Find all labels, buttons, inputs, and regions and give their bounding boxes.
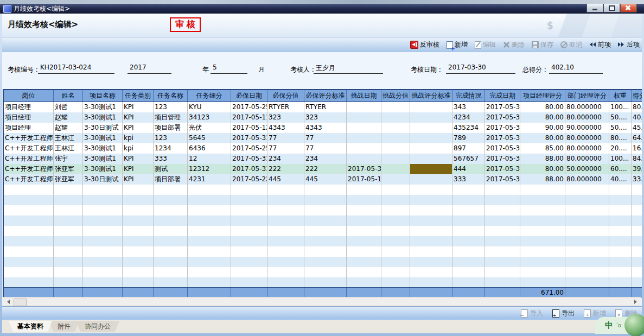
grid-cell[interactable] — [381, 246, 410, 257]
grid-cell[interactable]: 222 — [304, 164, 347, 174]
grid-cell[interactable] — [485, 267, 520, 277]
grid-cell[interactable] — [304, 236, 347, 246]
grid-cell[interactable] — [485, 205, 520, 215]
grid-cell[interactable]: 2017-05-25 — [231, 143, 267, 154]
grid-cell[interactable] — [520, 205, 565, 215]
grid-cell[interactable] — [609, 246, 632, 257]
grid-cell[interactable] — [267, 267, 304, 277]
grid-cell[interactable] — [410, 195, 452, 205]
grid-cell[interactable]: 6436 — [188, 143, 231, 154]
grid-cell[interactable]: C++开发工程师 — [4, 154, 54, 164]
grid-cell[interactable] — [231, 226, 267, 236]
grid-cell[interactable] — [410, 164, 452, 174]
grid-cell[interactable]: 85.00 — [520, 143, 565, 154]
grid-cell[interactable] — [188, 277, 231, 287]
grid-cell[interactable] — [485, 277, 520, 287]
grid-cell[interactable] — [520, 215, 565, 226]
grid-cell[interactable] — [54, 246, 83, 257]
grid-cell[interactable] — [609, 195, 632, 205]
grid-cell[interactable] — [609, 226, 632, 236]
grid-cell[interactable] — [347, 195, 381, 205]
grid-cell[interactable]: 567657 — [452, 154, 485, 164]
column-header[interactable]: 得分 — [632, 90, 642, 102]
grid-cell[interactable]: KPI — [123, 174, 154, 185]
grid-cell[interactable] — [632, 205, 642, 215]
grid-cell[interactable] — [485, 226, 520, 236]
grid-cell[interactable] — [83, 226, 123, 236]
grid-cell[interactable]: 12312 — [188, 164, 231, 174]
grid-cell[interactable]: 1234 — [154, 143, 188, 154]
grid-cell[interactable]: 64. — [632, 133, 642, 143]
grid-cell[interactable]: 80.00 — [520, 133, 565, 143]
grid-cell[interactable] — [188, 246, 231, 257]
grid-cell[interactable]: 2017-05-12 — [231, 123, 267, 133]
grid-cell[interactable]: 445 — [304, 174, 347, 185]
titlebar[interactable]: 月绩效考核<编辑> — [0, 4, 644, 14]
grid-cell[interactable] — [83, 205, 123, 215]
grid-cell[interactable] — [347, 267, 381, 277]
grid-cell[interactable] — [54, 215, 83, 226]
grid-cell[interactable] — [304, 277, 347, 287]
grid-cell[interactable] — [188, 226, 231, 236]
grid-cell[interactable] — [54, 257, 83, 267]
table-row[interactable]: C++开发工程师张宇3-30测试1KPI333122017-05-3123423… — [4, 154, 642, 164]
table-row-empty[interactable] — [4, 246, 642, 257]
grid-cell[interactable] — [410, 215, 452, 226]
grid-cell[interactable]: 80. — [632, 102, 642, 112]
tab-基本资料[interactable]: 基本资料 — [9, 321, 52, 332]
grid-cell[interactable] — [381, 133, 410, 143]
grid-cell[interactable]: KYU — [188, 102, 231, 112]
toolbar-button-add-doc[interactable]: 新增 — [447, 40, 468, 49]
tab-协同办公[interactable]: 协同办公 — [76, 321, 119, 332]
grid-cell[interactable]: 16. — [632, 143, 642, 154]
grid-cell[interactable]: 333 — [452, 174, 485, 185]
grid-cell[interactable] — [83, 215, 123, 226]
grid-cell[interactable] — [83, 257, 123, 267]
grid-cell[interactable]: 3-30日测试 — [83, 174, 123, 185]
grid-cell[interactable] — [267, 277, 304, 287]
grid-cell[interactable] — [609, 277, 632, 287]
grid-cell[interactable]: 123 — [154, 102, 188, 112]
grid-cell[interactable]: 445 — [267, 174, 304, 185]
grid-cell[interactable] — [83, 246, 123, 257]
assessment-no-field[interactable]: KH2017-03-024 — [38, 64, 114, 74]
grid-cell[interactable] — [54, 185, 83, 195]
grid-cell[interactable]: 张亚军 — [54, 174, 83, 185]
grid-cell[interactable] — [154, 226, 188, 236]
grid-cell[interactable] — [520, 267, 565, 277]
table-row[interactable]: 项目经理赵耀3-30日测试KPI项目部署光伏2017-05-1243434343… — [4, 123, 642, 133]
grid-cell[interactable] — [54, 226, 83, 236]
grid-cell[interactable] — [188, 215, 231, 226]
grid-cell[interactable] — [565, 236, 609, 246]
table-row-empty[interactable] — [4, 236, 642, 246]
grid-cell[interactable] — [154, 277, 188, 287]
grid-cell[interactable] — [410, 246, 452, 257]
grid-cell[interactable]: 2017-05-31 — [231, 164, 267, 174]
grid-cell[interactable] — [452, 185, 485, 195]
grid-cell[interactable] — [381, 226, 410, 236]
grid-cell[interactable]: 323 — [267, 112, 304, 123]
grid-cell[interactable] — [381, 185, 410, 195]
toolbar-button-prev[interactable]: 前项 — [589, 40, 611, 49]
grid-cell[interactable]: 刘哲 — [54, 102, 83, 112]
grid-cell[interactable] — [609, 267, 632, 277]
table-row-empty[interactable] — [4, 205, 642, 215]
grid-cell[interactable]: kpi — [123, 143, 154, 154]
grid-cell[interactable] — [565, 277, 609, 287]
grid-cell[interactable] — [4, 277, 54, 287]
grid-cell[interactable]: C++开发工程师 — [4, 164, 54, 174]
grid-cell[interactable]: 2017-05-25 — [231, 102, 267, 112]
grid-cell[interactable]: 80.000000 — [565, 112, 609, 123]
maximize-button[interactable] — [603, 4, 620, 12]
grid-cell[interactable] — [565, 257, 609, 267]
grid-cell[interactable] — [485, 195, 520, 205]
grid-cell[interactable]: 80.00 — [520, 112, 565, 123]
grid-cell[interactable] — [632, 195, 642, 205]
grid-cell[interactable]: 343 — [452, 102, 485, 112]
grid-cell[interactable] — [565, 246, 609, 257]
table-row-empty[interactable] — [4, 215, 642, 226]
grid-cell[interactable] — [267, 195, 304, 205]
grid-cell[interactable] — [381, 112, 410, 123]
grid-cell[interactable]: 4234 — [452, 112, 485, 123]
grid-cell[interactable]: 84. — [632, 154, 642, 164]
